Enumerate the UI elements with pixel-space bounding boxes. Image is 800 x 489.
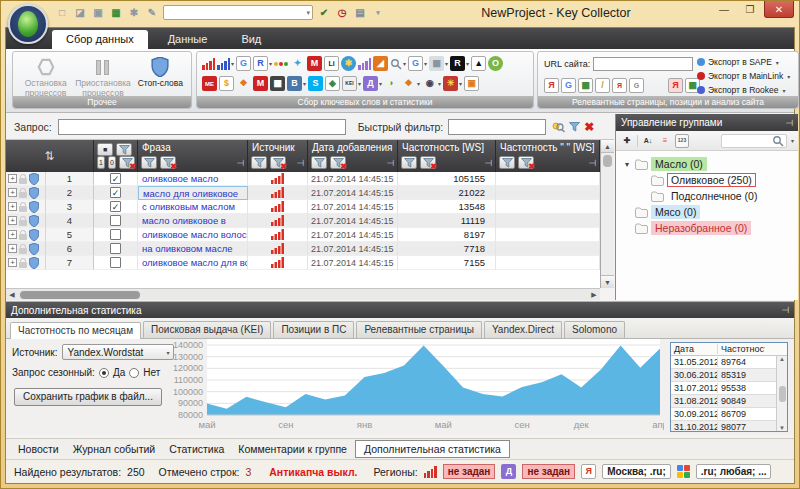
blue-mascot-icon[interactable]: ✦ xyxy=(290,56,305,71)
search-lupa-icon[interactable] xyxy=(390,58,402,70)
seasonal-yes-radio[interactable] xyxy=(99,368,109,378)
scroll-thumb[interactable] xyxy=(603,155,612,167)
scroll-left-icon[interactable]: ◀ xyxy=(6,289,18,300)
sun-icon-group[interactable]: ☀▾ xyxy=(443,76,462,91)
row-checkbox[interactable] xyxy=(110,243,121,254)
gift-icon[interactable]: ▣ xyxy=(464,76,479,91)
stats-tab-Позиции в ПС[interactable]: Позиции в ПС xyxy=(273,321,354,338)
direct-collect-icon-group[interactable]: Д▾ xyxy=(363,76,382,91)
rambler-top-icon[interactable]: R xyxy=(450,56,465,71)
table-row[interactable]: +2✓масло для оливковое21.07.2014 14:45:1… xyxy=(6,186,600,200)
tab-Сбор данных[interactable]: Сбор данных xyxy=(52,30,148,49)
pause-processes-button[interactable]: Приостановка процессов xyxy=(74,54,131,99)
check-ones-icon[interactable]: 1 xyxy=(97,156,105,169)
close-button[interactable]: ✕ xyxy=(764,1,794,18)
bottom-tab-Журнал событий[interactable]: Журнал событий xyxy=(67,441,162,457)
tree-item[interactable]: Мясо (0) xyxy=(618,204,796,220)
kei-icon-group[interactable]: KEI▾ xyxy=(342,76,361,91)
megaindex-icon[interactable]: ME xyxy=(202,76,217,91)
minimize-button[interactable]: — xyxy=(712,1,736,18)
apply-check-icon[interactable]: ✔ xyxy=(317,6,331,20)
pin-panel-icon[interactable]: ⊤ xyxy=(780,306,790,314)
wordstat-frequency-icon[interactable] xyxy=(202,57,215,70)
maximize-button[interactable]: ❐ xyxy=(738,1,762,18)
pin-column-icon[interactable]: ⊤ xyxy=(483,159,493,167)
ws-region-badge[interactable]: не задан xyxy=(443,464,496,479)
group-search-input[interactable] xyxy=(721,134,787,148)
expand-row-icon[interactable]: + xyxy=(8,216,17,225)
magic-wand-icon[interactable]: ✎ xyxy=(145,6,159,20)
wordstat-deep-icon[interactable] xyxy=(217,57,230,70)
stats-tab-Релевантные страницы[interactable]: Релевантные страницы xyxy=(356,321,482,338)
table-row[interactable]: 31.07.201295538 xyxy=(671,382,787,395)
stats-tab-Частотность по месяцам[interactable]: Частотность по месяцам xyxy=(10,322,141,339)
open-project-icon[interactable]: ◪ xyxy=(73,6,87,20)
google-ku-icon[interactable]: G xyxy=(629,78,644,93)
thumb-up-icon[interactable]: ▲ xyxy=(471,56,486,71)
pin-column-icon[interactable]: ⊤ xyxy=(295,159,305,167)
bottom-tab-Новости[interactable]: Новости xyxy=(12,441,65,457)
quick-filter-input[interactable] xyxy=(448,119,546,135)
header-ws-quoted-column[interactable]: Частотность " " [WS] ✖ ⊤ xyxy=(496,140,600,172)
rambler-top-icon-group[interactable]: R▾ xyxy=(450,56,469,71)
phrase-cell[interactable]: оливковое масло волосы xyxy=(138,228,248,242)
table-row[interactable]: +7оливковое масло для волос21.07.2014 14… xyxy=(6,256,600,270)
tab-Вид[interactable]: Вид xyxy=(227,30,275,49)
clear-filter-icon[interactable]: ✖ xyxy=(160,156,176,169)
expand-row-icon[interactable]: + xyxy=(8,202,17,211)
table-row[interactable]: 30.06.201285319 xyxy=(671,369,787,382)
save-chart-button[interactable]: Сохранить график в файл... xyxy=(14,388,162,406)
table-header-date[interactable]: Дата xyxy=(671,344,718,354)
expand-row-icon[interactable]: + xyxy=(8,230,17,239)
row-checkbox[interactable] xyxy=(110,229,121,240)
url-input[interactable] xyxy=(593,57,693,71)
yandex-ku-icon[interactable]: Я xyxy=(612,78,627,93)
clear-check-filter-icon[interactable]: ✖ xyxy=(119,156,135,169)
check-all-icon[interactable]: ■ xyxy=(97,143,113,156)
clear-filter-icon[interactable]: ✖ xyxy=(330,156,346,169)
clear-filter-icon[interactable]: ✖ xyxy=(584,120,594,134)
report-icon[interactable]: ▤ xyxy=(353,6,367,20)
yandex-region-box[interactable]: Москва; .ru; xyxy=(602,464,671,479)
table-row[interactable]: 31.10.201298077 xyxy=(671,421,787,432)
settings-gear-icon[interactable]: ✱ xyxy=(127,6,141,20)
yandex-region-icon[interactable]: Я xyxy=(581,464,596,479)
hand-tool-icon[interactable]: ❖ xyxy=(236,76,251,91)
table-row[interactable]: +1✓оливковое масло21.07.2014 14:45:15105… xyxy=(6,172,600,186)
yandex-metrica-icon[interactable] xyxy=(274,62,288,66)
pin-column-icon[interactable]: ⊤ xyxy=(587,159,597,167)
stats-tab-Поисковая выдача (KEI)[interactable]: Поисковая выдача (KEI) xyxy=(143,321,271,338)
stats-tab-Solomono[interactable]: Solomono xyxy=(564,321,625,338)
seasonal-no-radio[interactable] xyxy=(129,368,139,378)
expand-row-icon[interactable]: + xyxy=(8,258,17,267)
filter-icon[interactable] xyxy=(251,156,267,169)
scroll-thumb[interactable] xyxy=(20,291,140,299)
gear-stats-icon[interactable]: ✱ xyxy=(341,56,356,71)
tree-item[interactable]: ▾Масло (0) xyxy=(618,156,796,172)
row-checkbox[interactable] xyxy=(110,257,121,268)
app-menu-orb[interactable] xyxy=(8,4,48,44)
scroll-down-icon[interactable]: ▼ xyxy=(779,425,785,431)
rambler-stats-icon[interactable]: R xyxy=(253,56,268,71)
sort-color-icon[interactable]: ≡ xyxy=(658,134,672,148)
query-input[interactable] xyxy=(58,119,346,135)
bottom-tab-Статистика[interactable]: Статистика xyxy=(163,441,230,457)
add-group-icon[interactable]: ✚ xyxy=(620,134,634,148)
numbering-icon[interactable]: 123 xyxy=(675,134,689,148)
hand2-icon[interactable]: ❖ xyxy=(401,76,416,91)
grid-horizontal-scrollbar[interactable]: ◀ ▶ xyxy=(6,288,600,300)
direct-region-icon[interactable]: Д xyxy=(501,464,516,479)
table-row[interactable]: +3✓с оливковым маслом21.07.2014 14:45:15… xyxy=(6,200,600,214)
pin-column-icon[interactable]: ⊤ xyxy=(385,159,395,167)
table-header-frequency[interactable]: Частотность xyxy=(718,344,765,354)
header-source-column[interactable]: Источник ✖ ⊤ xyxy=(248,140,308,172)
mail-kw-icon[interactable]: M xyxy=(253,76,268,91)
filter-icon[interactable] xyxy=(401,156,417,169)
apply-filter-icon[interactable] xyxy=(569,122,580,132)
wordstat-deep-icon-group[interactable]: ▾ xyxy=(217,57,234,70)
yandex-check-icon[interactable]: Я xyxy=(544,78,559,93)
hand2-icon-group[interactable]: ❖▾ xyxy=(401,76,420,91)
export-excel-icon[interactable]: ▦ xyxy=(109,6,123,20)
scroll-right-icon[interactable]: ▶ xyxy=(588,289,600,300)
skype-icon[interactable]: S xyxy=(308,76,323,91)
